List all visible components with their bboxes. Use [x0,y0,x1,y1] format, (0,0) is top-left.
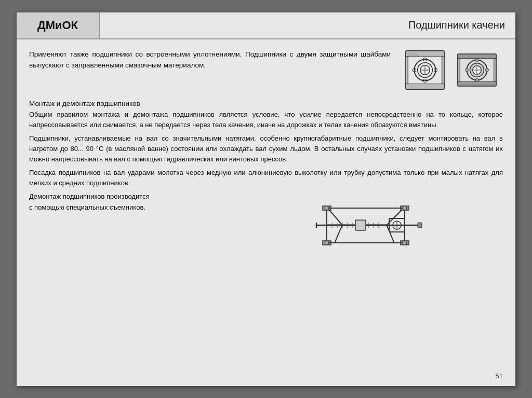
content-area: Применяют также подшипники со встроенным… [17,39,515,386]
svg-point-60 [325,206,329,210]
demount-line2: с помощью специальных съемников. [29,203,145,211]
svg-point-26 [485,68,488,71]
app-title: ДМиОК [37,19,78,32]
svg-rect-27 [458,54,496,58]
demount-line1: Демонтаж подшипников производится [29,193,150,200]
page-number: 51 [496,372,503,380]
header-left: ДМиОК [17,12,100,38]
intro-paragraph: Применяют также подшипники со встроенным… [29,49,391,71]
svg-rect-58 [418,223,422,228]
section-title: Монтаж и демонтаж подшипников [29,100,503,107]
svg-rect-47 [355,220,366,230]
svg-point-61 [403,206,407,210]
bottom-section: Демонтаж подшипников производится с помо… [29,191,503,259]
bearing-image-1 [404,49,446,91]
svg-point-24 [475,78,478,81]
header: ДМиОК Подшипники качени [17,12,515,39]
svg-point-25 [465,68,468,71]
svg-rect-28 [458,81,496,86]
header-right: Подшипники качени [100,12,515,38]
demount-text: Демонтаж подшипников производится с помо… [29,191,228,213]
bearing-image-2 [456,49,498,91]
paragraph-2: Подшипники, устанавливаемые на вал со зн… [29,133,503,164]
svg-point-63 [403,241,407,245]
paragraph-1: Общим правилом монтажа и демонтажа подши… [29,109,503,130]
slide-title: Подшипники качени [408,19,505,31]
puller-image [233,191,503,259]
paragraph-3: Посадка подшипников на вал ударами молот… [29,168,503,188]
svg-point-62 [325,241,329,245]
slide: ДМиОК Подшипники качени Применяют также … [17,12,515,386]
puller-svg [306,191,431,259]
svg-rect-12 [406,84,444,89]
svg-point-23 [475,58,478,61]
top-section: Применяют также подшипники со встроенным… [29,49,503,91]
bearing-images [399,49,503,91]
